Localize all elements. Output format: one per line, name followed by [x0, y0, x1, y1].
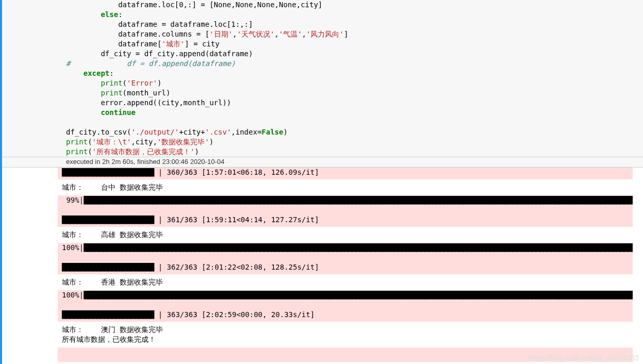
code-line: print(month_url)	[66, 89, 170, 97]
code-line: print('所有城市数据，已收集完成！')	[66, 147, 199, 156]
code-line: error.append((city,month_url))	[66, 98, 231, 107]
stdout-line: 城市： 台中 数据收集完毕	[58, 179, 633, 195]
code-line: df_city = df_city.append(dataframe)	[66, 49, 253, 58]
code-line: else:	[66, 10, 123, 19]
code-line: continue	[66, 108, 136, 117]
code-cell[interactable]: dataframe.loc[0,:] = [None,None,None,Non…	[2, 0, 643, 157]
stderr-block: 100%|███████████████████████████████████…	[58, 290, 633, 322]
code-line: dataframe.loc[0,:] = [None,None,None,Non…	[66, 1, 322, 9]
code-line: dataframe['城市'] = city	[66, 40, 220, 48]
code-line: dataframe = dataframe.loc[1:,:]	[66, 20, 253, 28]
execution-info: executed in 2h 2m 60s, finished 23:00:46…	[2, 157, 643, 168]
code-line: df_city.to_csv('./output/'+city+'.csv',i…	[66, 128, 288, 136]
stderr-block: 100%|███████████████████████████████████…	[58, 243, 633, 274]
stderr-block: ████████████████████████ | 360/363 [1:57…	[58, 168, 633, 179]
stderr-block	[58, 348, 633, 362]
code-line: except:	[66, 69, 114, 77]
output-area[interactable]: ████████████████████████ | 360/363 [1:57…	[58, 168, 633, 363]
stderr-block: 99%|████████████████████████████████████…	[58, 195, 633, 227]
stdout-line: 城市： 高雄 数据收集完毕	[58, 227, 633, 243]
code-line: print('城市：\t',city,'数据收集完毕')	[66, 138, 213, 146]
code-line: print('Error')	[66, 79, 161, 87]
code-line: # df = df.append(dataframe)	[66, 59, 236, 68]
code-line: dataframe.columns = ['日期','天气状况','气温','风…	[66, 30, 348, 38]
stdout-line: 城市： 香港 数据收集完毕	[58, 274, 633, 290]
stdout-line: 城市： 澳门 数据收集完毕 所有城市数据，已收集完成！	[58, 322, 633, 348]
